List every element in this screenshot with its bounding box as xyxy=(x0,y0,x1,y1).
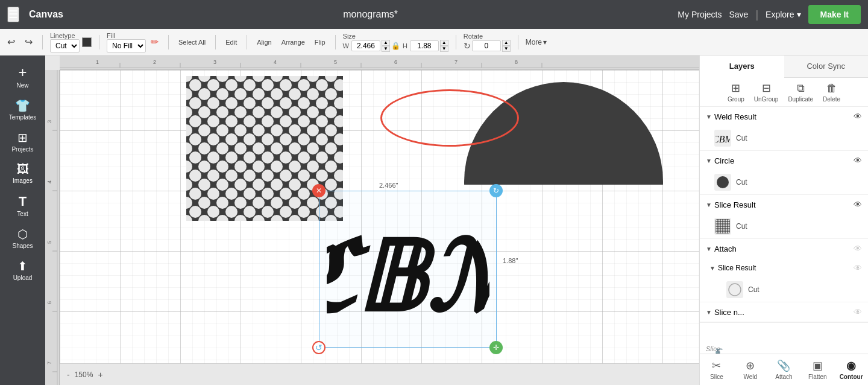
rotate-input[interactable] xyxy=(472,40,501,51)
list-item: Cut xyxy=(700,214,868,238)
arrange-button[interactable]: Arrange xyxy=(279,37,307,47)
layer-group-weld-result: ▼ Weld Result 👁 CBM Cut xyxy=(700,107,868,151)
sidebar-item-text[interactable]: T Text xyxy=(2,190,43,221)
width-up[interactable]: ▲ xyxy=(382,40,390,46)
layer-group-header-circle[interactable]: ▼ Circle 👁 xyxy=(700,151,868,170)
circle-eye-icon[interactable]: 👁 xyxy=(854,156,862,165)
rotate-up[interactable]: ▲ xyxy=(502,40,511,46)
sidebar-item-images[interactable]: 🖼 Images xyxy=(2,159,43,188)
projects-icon: ⊞ xyxy=(17,130,28,145)
shapes-icon: ⬡ xyxy=(17,227,28,241)
fill-select[interactable]: No Fill xyxy=(107,39,146,52)
rotate-group: Rotate ↻ ▲ ▼ xyxy=(464,33,511,52)
make-it-button[interactable]: Make It xyxy=(808,5,861,24)
layer-group-header-weld[interactable]: ▼ Weld Result 👁 xyxy=(700,107,868,126)
slice-eye-icon[interactable]: 👁 xyxy=(854,200,862,209)
layer-group-header-attach[interactable]: ▼ Attach 👁 xyxy=(700,239,868,258)
expand-handle[interactable]: ✛ xyxy=(489,341,503,354)
height-input[interactable] xyxy=(410,40,439,51)
sub-slice-toggle-icon: ▼ xyxy=(709,265,715,272)
width-input[interactable] xyxy=(351,40,380,51)
circle-toggle-icon: ▼ xyxy=(706,158,712,164)
hamburger-menu[interactable]: ☰ xyxy=(7,7,19,22)
resize-handle-bottom-left[interactable]: ↺ xyxy=(312,341,326,354)
flip-button[interactable]: Flip xyxy=(312,37,328,47)
delete-layer-button[interactable]: 🗑 Delete xyxy=(823,82,840,103)
svg-text:8: 8 xyxy=(515,59,518,65)
more-button[interactable]: More ▾ xyxy=(526,38,547,46)
slice-n-toggle-icon: ▼ xyxy=(706,309,712,316)
toolbar-sep-1 xyxy=(42,35,43,49)
my-projects-link[interactable]: My Projects xyxy=(678,10,722,19)
sidebar-item-templates[interactable]: 👕 Templates xyxy=(2,95,43,124)
rotate-icon: ↻ xyxy=(464,41,471,51)
sidebar-item-projects[interactable]: ⊞ Projects xyxy=(2,127,43,156)
weld-tool-icon: ⊕ xyxy=(746,359,755,372)
images-icon: 🖼 xyxy=(17,162,29,176)
fill-group: Fill No Fill ✏ xyxy=(107,32,161,52)
delete-layer-icon: 🗑 xyxy=(826,82,837,95)
weld-eye-icon[interactable]: 👁 xyxy=(854,112,862,121)
rotate-down[interactable]: ▼ xyxy=(502,46,511,52)
flatten-tool-button[interactable]: ▣ Flatten xyxy=(800,357,834,383)
weld-group-label: Weld Result xyxy=(714,112,851,121)
upload-icon: ⬆ xyxy=(17,259,28,273)
delete-handle[interactable]: ✕ xyxy=(312,184,326,197)
contour-tool-button[interactable]: ◉ Contour xyxy=(834,357,868,383)
circle-group-label: Circle xyxy=(714,156,851,165)
sidebar-item-new[interactable]: + New xyxy=(2,60,43,92)
height-down[interactable]: ▼ xyxy=(440,46,448,52)
select-all-button[interactable]: Select All xyxy=(176,37,208,47)
sub-slice-thumb xyxy=(726,281,743,298)
save-link[interactable]: Save xyxy=(729,10,748,19)
attach-eye-icon[interactable]: 👁 xyxy=(854,244,862,253)
text-icon: T xyxy=(19,194,27,209)
slice-n-group-label: Slice n... xyxy=(714,308,851,317)
align-button[interactable]: Align xyxy=(254,37,274,47)
duplicate-button[interactable]: ⧉ Duplicate xyxy=(788,82,813,103)
bottom-toolbar: ✂ Slice ⊕ Weld 📎 Attach ▣ Flatten ◉ Cont… xyxy=(700,354,868,385)
weld-tool-button[interactable]: ⊕ Weld xyxy=(734,357,767,383)
monogram-element: ℭ𝔹ℳ xyxy=(319,191,497,348)
svg-text:3: 3 xyxy=(213,59,216,65)
height-up[interactable]: ▲ xyxy=(440,40,448,46)
ungroup-button[interactable]: ⊟ UnGroup xyxy=(754,81,779,103)
linetype-select[interactable]: Cut xyxy=(50,39,80,52)
sidebar-item-label-text: Text xyxy=(17,211,28,217)
redo-button[interactable]: ↪ xyxy=(22,35,35,49)
sidebar-item-shapes[interactable]: ⬡ Shapes xyxy=(2,223,43,253)
layer-group-header-slice-n[interactable]: ▼ Slice n... 👁 xyxy=(700,302,868,322)
edit-button[interactable]: Edit xyxy=(223,37,239,47)
svg-text:7: 7 xyxy=(46,361,52,364)
sub-slice-item-name: Cut xyxy=(748,285,862,294)
slice-n-eye-icon[interactable]: 👁 xyxy=(854,307,862,317)
rotate-handle[interactable]: ↻ xyxy=(489,184,503,197)
group-button[interactable]: ⊞ Group xyxy=(728,81,744,103)
svg-text:1: 1 xyxy=(96,59,99,65)
toolbar-sep-5 xyxy=(247,35,247,49)
iron-icon: 🧴 xyxy=(706,348,730,354)
size-label: Size xyxy=(343,33,448,40)
attach-tool-button[interactable]: 📎 Attach xyxy=(767,357,801,383)
circle-thumb xyxy=(714,174,731,191)
zoom-in-button[interactable]: + xyxy=(98,370,102,380)
sub-slice-eye-icon[interactable]: 👁 xyxy=(854,263,862,273)
canvas-area[interactable]: 1 2 3 4 5 6 7 8 3 xyxy=(45,56,699,385)
zoom-level: 150% xyxy=(75,371,93,379)
undo-button[interactable]: ↩ xyxy=(5,35,17,49)
sidebar-item-upload[interactable]: ⬆ Upload xyxy=(2,255,43,285)
fill-color-picker[interactable]: ✏ xyxy=(148,35,161,49)
explore-link[interactable]: Explore ▾ xyxy=(766,10,800,19)
lock-icon: 🔒 xyxy=(391,42,400,50)
width-down[interactable]: ▼ xyxy=(382,46,390,52)
layer-group-header-slice[interactable]: ▼ Slice Result 👁 xyxy=(700,195,868,214)
tab-color-sync[interactable]: Color Sync xyxy=(784,56,869,77)
contour-tool-icon: ◉ xyxy=(846,359,856,372)
slice-tool-icon: ✂ xyxy=(712,359,721,372)
tab-layers[interactable]: Layers xyxy=(700,56,784,78)
zoom-out-button[interactable]: - xyxy=(67,370,70,380)
svg-text:CBM: CBM xyxy=(715,134,730,144)
group-icon: ⊞ xyxy=(731,81,740,95)
layer-subgroup-header-slice[interactable]: ▼ Slice Result 👁 xyxy=(707,258,868,278)
slice-tool-button[interactable]: ✂ Slice xyxy=(700,357,734,383)
